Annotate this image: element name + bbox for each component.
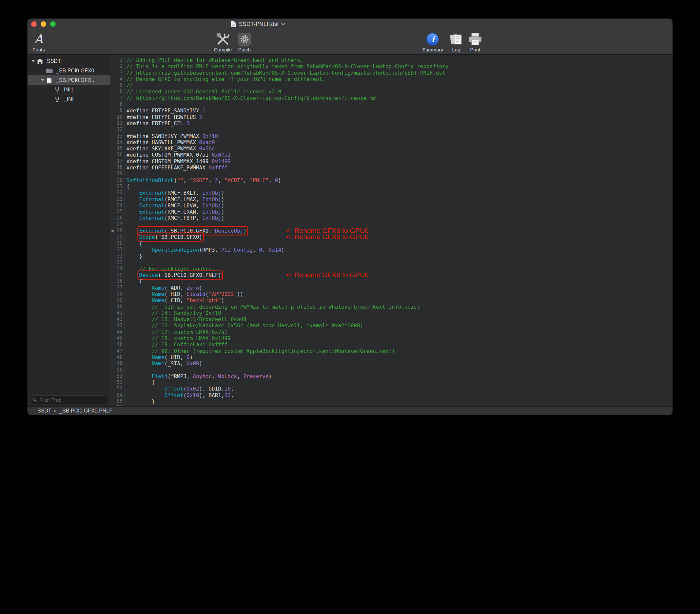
code-line-2[interactable]: 2// This is a modified PNLF version orig… <box>110 63 673 70</box>
code-line-56[interactable]: 56 <box>110 405 673 406</box>
code-line-11[interactable]: 11#define FBTYPE_CFL 3 <box>110 120 673 126</box>
code-editor[interactable]: 1// Adding PNLF device for WhateverGreen… <box>110 55 673 406</box>
code-line-29[interactable]: 29 Scope(_SB.PCI0.GFX0)<- Rename GFX0 to… <box>110 234 673 240</box>
minimize-button[interactable] <box>41 21 46 27</box>
filter-input[interactable] <box>39 397 104 403</box>
breadcrumb-separator: ▸ <box>54 408 57 413</box>
code-line-25[interactable]: 25 External(RMCF.GRAN, IntObj) <box>110 209 673 215</box>
code-line-37[interactable]: 37 Name(_ADR, Zero) <box>110 285 673 291</box>
code-line-46[interactable]: 46 // 19: CoffeeLake 0xffff <box>110 341 673 348</box>
summary-button[interactable]: i Summary <box>419 31 446 53</box>
method-icon <box>54 87 60 92</box>
code-line-44[interactable]: 44 // 17: custom LMAX=0x7a1 <box>110 329 673 335</box>
titlebar[interactable]: SSDT-PNLF.dsl <box>27 19 673 30</box>
sidebar-item-sb-pci0-gfx[interactable]: _SB.PCI0.GFX... <box>27 75 110 85</box>
line-number: 30 <box>110 240 123 247</box>
code-line-51[interactable]: 51 Field(^RMP3, AnyAcc, NoLock, Preserve… <box>110 373 673 379</box>
code-line-12[interactable]: 12 <box>110 126 673 133</box>
method-icon <box>54 96 60 102</box>
code-line-18[interactable]: 18#define COFFEELAKE_PWMMAX 0xffff <box>110 164 673 171</box>
print-button[interactable]: Print <box>465 31 485 53</box>
disclosure-slot[interactable] <box>39 79 45 82</box>
code-line-50[interactable]: 50 <box>110 367 673 373</box>
code-line-42[interactable]: 42 // 15: Haswell/Broadwell 0xad9 <box>110 316 673 322</box>
code-line-41[interactable]: 41 // 14: Sandy/Ivy 0x710 <box>110 310 673 316</box>
line-number: 39 <box>110 297 123 303</box>
sidebar-item-sb-pci0-gfx0[interactable]: _SB.PCI0.GFX0 <box>27 66 110 75</box>
line-number: 15 <box>110 146 123 152</box>
code-line-13[interactable]: 13#define SANDYIVY_PWMMAX 0x710 <box>110 133 673 139</box>
sidebar-item-label: INI1 <box>64 87 73 93</box>
code-line-5[interactable]: 5// <box>110 82 673 88</box>
line-number: 37 <box>110 285 123 291</box>
code-line-14[interactable]: 14#define HASWELL_PWMMAX 0xad9 <box>110 139 673 146</box>
code-line-9[interactable]: 9#define FBTYPE_SANDYIVY 1 <box>110 108 673 114</box>
code-text: Name(_STA, 0x0B) <box>126 360 202 367</box>
code-line-48[interactable]: 48 Name(_UID, 0) <box>110 354 673 360</box>
code-line-16[interactable]: 16#define CUSTOM_PWMMAX_07a1 0x07a1 <box>110 152 673 158</box>
log-button[interactable]: Log <box>447 31 465 53</box>
code-line-21[interactable]: 21{ <box>110 184 673 190</box>
code-line-24[interactable]: 24 External(RMCF.LEVW, IntObj) <box>110 202 673 209</box>
breadcrumb-leaf[interactable]: _SB.PCI0.GFX0.PNLF <box>59 408 112 414</box>
code-line-40[interactable]: 40 // _UID is set depending on PWMMax to… <box>110 304 673 310</box>
disclosure-slot[interactable] <box>30 60 36 63</box>
document-proxy-icon[interactable] <box>231 21 236 27</box>
line-number: 49 <box>110 360 123 367</box>
code-line-26[interactable]: 26 External(RMCF.FBTP, IntObj) <box>110 215 673 221</box>
code-line-8[interactable]: 8 <box>110 101 673 108</box>
code-line-31[interactable]: 31 OperationRegion(RMP3, PCI_Config, 0, … <box>110 247 673 253</box>
sidebar-item-ini1[interactable]: INI1 <box>27 85 110 95</box>
code-line-7[interactable]: 7// https://github.com/RehabMan/OS-X-Clo… <box>110 95 673 101</box>
rename-annotation-text: <- Rename GFX0 to GPU0 <box>286 234 369 240</box>
log-button-label: Log <box>452 47 460 52</box>
code-line-35[interactable]: 35 Device(_SB.PCI0.GFX0.PNLF)<- Rename G… <box>110 272 673 278</box>
code-line-15[interactable]: 15#define SKYLAKE_PWMMAX 0x56c <box>110 146 673 152</box>
code-text: { <box>126 240 142 247</box>
code-line-49[interactable]: 49 Name(_STA, 0x0B) <box>110 360 673 367</box>
code-line-39[interactable]: 39 Name(_CID, "backlight") <box>110 297 673 303</box>
code-line-23[interactable]: 23 External(RMCF.LMAX, IntObj) <box>110 196 673 202</box>
code-text: External(RMCF.LMAX, IntObj) <box>126 196 224 202</box>
code-line-19[interactable]: 19 <box>110 171 673 177</box>
code-line-30[interactable]: 30 { <box>110 240 673 247</box>
code-line-55[interactable]: 55 } <box>110 398 673 405</box>
code-line-10[interactable]: 10#define FBTYPE_HSWPLUS 2 <box>110 114 673 120</box>
line-number: 32 <box>110 253 123 259</box>
fonts-button[interactable]: A Fonts <box>28 31 49 53</box>
compile-button[interactable]: Compile <box>210 31 236 53</box>
breadcrumb-root[interactable]: SSDT <box>37 408 51 414</box>
code-line-45[interactable]: 45 // 18: custom LMAX=0x1499 <box>110 335 673 341</box>
code-line-4[interactable]: 4// Rename GFX0 to anything else if your… <box>110 76 673 82</box>
code-line-32[interactable]: 32 } <box>110 253 673 259</box>
close-button[interactable] <box>31 21 37 27</box>
rename-annotation-text: <- Rename GFX0 to GPU0 <box>286 272 369 278</box>
code-line-54[interactable]: 54 Offset(0x10), BAR1,32, <box>110 392 673 398</box>
filter-field[interactable] <box>30 396 107 404</box>
zoom-button[interactable] <box>50 21 56 27</box>
patch-button[interactable]: Patch <box>234 31 255 53</box>
code-text: Scope(_SB.PCI0.GFX0) <box>126 234 202 240</box>
disclosure-triangle-icon[interactable] <box>32 60 35 63</box>
code-line-47[interactable]: 47 // 99: Other (requires custom AppleBa… <box>110 348 673 354</box>
code-line-1[interactable]: 1// Adding PNLF device for WhateverGreen… <box>110 57 673 63</box>
code-line-22[interactable]: 22 External(RMCF.BKLT, IntObj) <box>110 190 673 196</box>
code-line-36[interactable]: 36 { <box>110 278 673 284</box>
code-line-33[interactable]: 33 <box>110 260 673 266</box>
code-line-53[interactable]: 53 Offset(0x02), GDID,16, <box>110 386 673 392</box>
sidebar-item-label: _SB.PCI0.GFX... <box>56 77 96 83</box>
title-chevron-icon[interactable] <box>281 23 285 26</box>
code-line-38[interactable]: 38 Name(_HID, EisaId("APP0002")) <box>110 291 673 297</box>
line-number: 14 <box>110 139 123 146</box>
code-line-20[interactable]: 20DefinitionBlock("", "SSDT", 2, "ACDT",… <box>110 177 673 184</box>
code-line-52[interactable]: 52 { <box>110 379 673 386</box>
fonts-icon: A <box>34 33 43 45</box>
code-text: #define CUSTOM_PWMMAX_1499 0x1499 <box>126 158 231 164</box>
code-line-3[interactable]: 3// https://raw.githubusercontent.com/Re… <box>110 70 673 76</box>
code-line-6[interactable]: 6// Licensed under GNU General Public Li… <box>110 88 673 95</box>
sidebar-item-ini[interactable]: _INI <box>27 95 110 104</box>
code-line-43[interactable]: 43 // 16: Skylake/KabyLake 0x56c (and so… <box>110 322 673 329</box>
disclosure-triangle-icon[interactable] <box>41 79 44 82</box>
code-line-17[interactable]: 17#define CUSTOM_PWMMAX_1499 0x1499 <box>110 158 673 164</box>
sidebar-item-ssdt[interactable]: SSDT <box>27 57 110 66</box>
